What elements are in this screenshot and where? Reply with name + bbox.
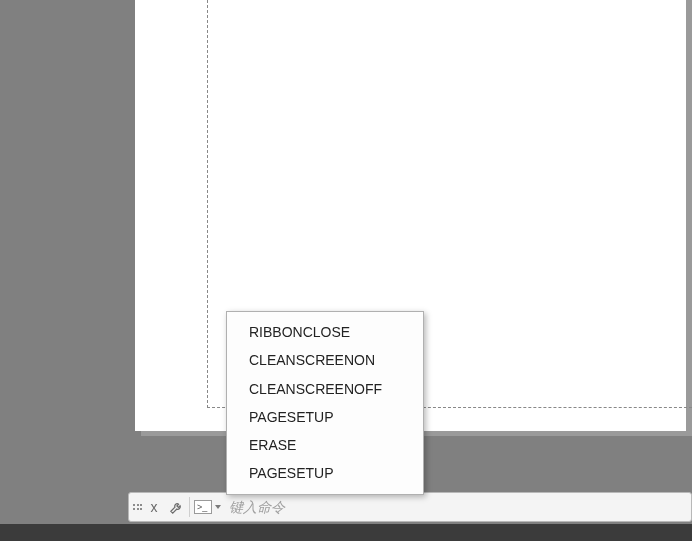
- grip-handle-icon[interactable]: [133, 497, 143, 517]
- suggestion-item[interactable]: RIBBONCLOSE: [227, 318, 423, 346]
- command-suggestions-popup: RIBBONCLOSE CLEANSCREENON CLEANSCREENOFF…: [226, 311, 424, 495]
- close-icon: x: [151, 499, 158, 515]
- suggestion-item[interactable]: PAGESETUP: [227, 403, 423, 431]
- customize-button[interactable]: [165, 496, 187, 518]
- suggestion-item[interactable]: CLEANSCREENOFF: [227, 375, 423, 403]
- command-prompt-icon[interactable]: >_: [194, 500, 212, 514]
- close-button[interactable]: x: [143, 496, 165, 518]
- wrench-icon: [169, 500, 184, 515]
- suggestion-item[interactable]: PAGESETUP: [227, 459, 423, 487]
- suggestion-item[interactable]: ERASE: [227, 431, 423, 459]
- command-bar: x >_: [128, 492, 692, 522]
- margin-guideline-left: [207, 0, 208, 408]
- recent-commands-dropdown-icon[interactable]: [215, 505, 221, 509]
- separator: [189, 497, 190, 517]
- suggestion-item[interactable]: CLEANSCREENON: [227, 346, 423, 374]
- command-input[interactable]: [227, 492, 691, 522]
- status-strip: [0, 524, 692, 541]
